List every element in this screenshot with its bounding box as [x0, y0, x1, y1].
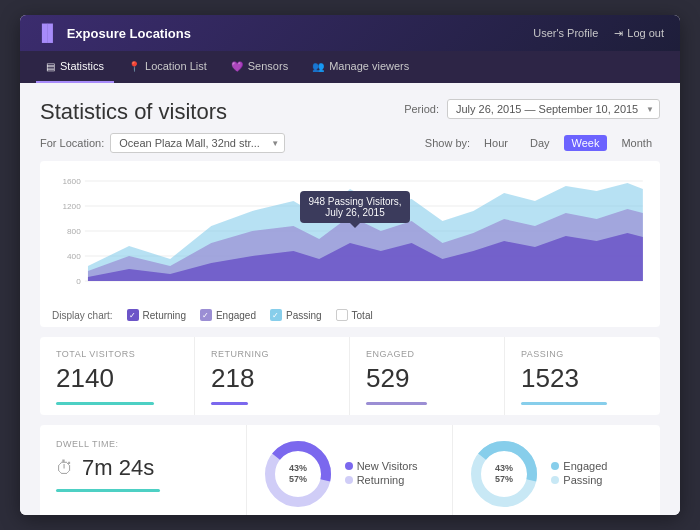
stat-total-label: Total Visitors	[56, 349, 178, 359]
location-icon: 📍	[128, 61, 140, 72]
donut-passing-svg: 43% 57%	[469, 439, 539, 509]
stat-returning-bar	[211, 402, 248, 405]
stat-total-bar	[56, 402, 154, 405]
dwell-time-text: 7m 24s	[82, 455, 154, 481]
stat-engaged-bar	[366, 402, 427, 405]
user-profile-link[interactable]: User's Profile	[533, 27, 598, 39]
dwell-label: Dwell Time:	[56, 439, 230, 449]
donut-passing-card: 43% 57% Engaged Passing	[453, 425, 660, 515]
showby-month[interactable]: Month	[613, 135, 660, 151]
donut-visitors-labels: New Visitors Returning	[345, 460, 418, 488]
engaged-dot	[551, 462, 559, 470]
legend-total[interactable]: Total	[336, 309, 373, 321]
new-visitors-dot	[345, 462, 353, 470]
showby-hour[interactable]: Hour	[476, 135, 516, 151]
passing-check-icon: ✓	[270, 309, 282, 321]
period-selector: Period: July 26, 2015 — September 10, 20…	[404, 99, 660, 119]
svg-text:43%: 43%	[495, 463, 513, 473]
period-dropdown-wrap: July 26, 2015 — September 10, 2015	[447, 99, 660, 119]
clock-icon: ⏱	[56, 458, 74, 479]
dwell-card: Dwell Time: ⏱ 7m 24s	[40, 425, 247, 515]
legend-engaged[interactable]: ✓ Engaged	[200, 309, 256, 321]
location-row: For Location: Ocean Plaza Mall, 32nd str…	[40, 133, 660, 153]
legend-passing[interactable]: ✓ Passing	[270, 309, 322, 321]
nav-sensors[interactable]: 💜 Sensors	[221, 51, 298, 83]
bottom-row: Dwell Time: ⏱ 7m 24s 43% 57%	[40, 425, 660, 515]
stat-passing-label: Passing	[521, 349, 644, 359]
returning-check-icon: ✓	[127, 309, 139, 321]
donut-visitors-svg: 43% 57%	[263, 439, 333, 509]
stat-engaged-value: 529	[366, 363, 488, 394]
donut-passing-labels: Engaged Passing	[551, 460, 607, 488]
svg-text:1200: 1200	[62, 202, 81, 211]
returning-dot	[345, 476, 353, 484]
period-dropdown[interactable]: July 26, 2015 — September 10, 2015	[447, 99, 660, 119]
location-selector: For Location: Ocean Plaza Mall, 32nd str…	[40, 133, 285, 153]
stat-engaged: Engaged 529	[350, 337, 505, 415]
statistics-icon: ▤	[46, 61, 55, 72]
nav-location-list[interactable]: 📍 Location List	[118, 51, 217, 83]
page-title: Statistics of visitors	[40, 99, 227, 125]
showby-label: Show by:	[425, 137, 470, 149]
svg-text:57%: 57%	[495, 474, 513, 484]
svg-text:800: 800	[67, 227, 81, 236]
stat-passing: Passing 1523	[505, 337, 660, 415]
nav-manage-viewers[interactable]: 👥 Manage viewers	[302, 51, 419, 83]
dwell-value: ⏱ 7m 24s	[56, 455, 230, 481]
donut-visitors-card: 43% 57% New Visitors Returning	[247, 425, 454, 515]
stat-total-visitors: Total Visitors 2140	[40, 337, 195, 415]
location-dropdown[interactable]: Ocean Plaza Mall, 32nd str...	[110, 133, 285, 153]
logout-link[interactable]: ⇥ Log out	[614, 27, 664, 40]
svg-text:1600: 1600	[62, 177, 81, 186]
brand-text: Exposure Locations	[67, 26, 191, 41]
viewers-icon: 👥	[312, 61, 324, 72]
logout-icon: ⇥	[614, 27, 623, 40]
dwell-bar	[56, 489, 160, 492]
showby-week[interactable]: Week	[564, 135, 608, 151]
period-label: Period:	[404, 103, 439, 115]
chart-container: 948 Passing Visitors, July 26, 2015 1600…	[40, 161, 660, 327]
chart-legend: Display chart: ✓ Returning ✓ Engaged ✓ P…	[52, 309, 648, 321]
stat-returning-value: 218	[211, 363, 333, 394]
header-brand: ▐▌ Exposure Locations	[36, 24, 191, 42]
showby-day[interactable]: Day	[522, 135, 558, 151]
showby-row: Show by: Hour Day Week Month	[425, 135, 660, 151]
svg-text:0: 0	[76, 277, 81, 286]
stats-header: Statistics of visitors Period: July 26, …	[40, 99, 660, 125]
app-header: ▐▌ Exposure Locations User's Profile ⇥ L…	[20, 15, 680, 51]
main-content: Statistics of visitors Period: July 26, …	[20, 83, 680, 515]
sensor-icon: 💜	[231, 61, 243, 72]
total-check-icon	[336, 309, 348, 321]
svg-text:57%: 57%	[289, 474, 307, 484]
brand-icon: ▐▌	[36, 24, 59, 42]
svg-text:400: 400	[67, 252, 81, 261]
app-container: ▐▌ Exposure Locations User's Profile ⇥ L…	[20, 15, 680, 515]
location-label: For Location:	[40, 137, 104, 149]
chart-svg: 1600 1200 800 400 0	[52, 171, 648, 301]
stats-cards: Total Visitors 2140 Returning 218 Engage…	[40, 337, 660, 415]
passing-dot	[551, 476, 559, 484]
legend-returning[interactable]: ✓ Returning	[127, 309, 186, 321]
stat-returning-label: Returning	[211, 349, 333, 359]
stat-returning: Returning 218	[195, 337, 350, 415]
app-nav: ▤ Statistics 📍 Location List 💜 Sensors 👥…	[20, 51, 680, 83]
svg-text:43%: 43%	[289, 463, 307, 473]
stat-total-value: 2140	[56, 363, 178, 394]
stat-engaged-label: Engaged	[366, 349, 488, 359]
stat-passing-bar	[521, 402, 607, 405]
header-actions: User's Profile ⇥ Log out	[533, 27, 664, 40]
engaged-check-icon: ✓	[200, 309, 212, 321]
legend-display-label: Display chart:	[52, 310, 113, 321]
stat-passing-value: 1523	[521, 363, 644, 394]
nav-statistics[interactable]: ▤ Statistics	[36, 51, 114, 83]
location-dropdown-wrap: Ocean Plaza Mall, 32nd str...	[110, 133, 285, 153]
